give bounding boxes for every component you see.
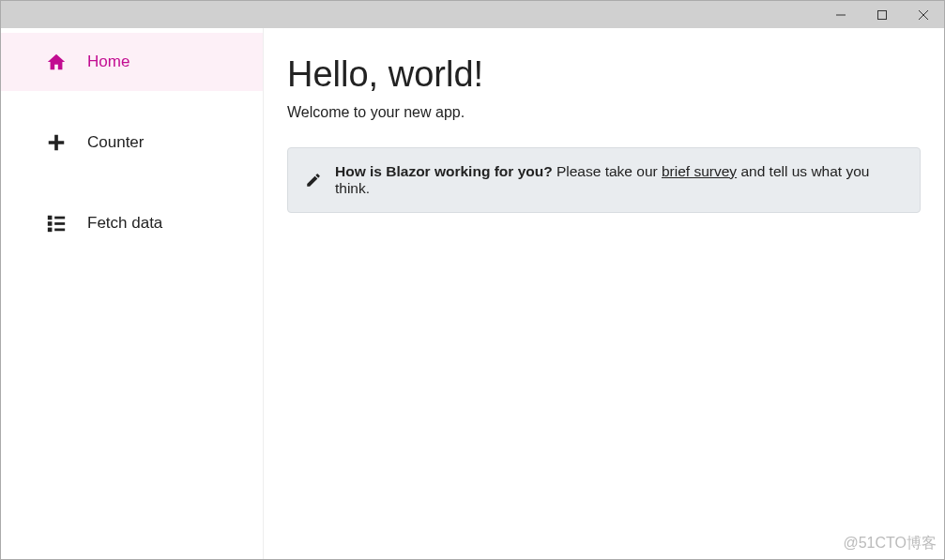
welcome-text: Welcome to your new app.: [287, 104, 921, 121]
survey-prompt-before: Please take our: [553, 163, 662, 179]
minimize-button[interactable]: [820, 1, 861, 28]
sidebar-item-fetch-data[interactable]: Fetch data: [1, 194, 263, 252]
svg-rect-1: [878, 10, 887, 19]
sidebar-item-label: Home: [87, 53, 130, 71]
watermark: @51CTO博客: [843, 534, 937, 553]
survey-text: How is Blazor working for you? Please ta…: [335, 163, 903, 197]
sidebar-item-counter[interactable]: Counter: [1, 114, 263, 172]
survey-prompt-bold: How is Blazor working for you?: [335, 163, 553, 179]
list-icon: [46, 213, 67, 234]
maximize-button[interactable]: [861, 1, 903, 28]
sidebar: Home Counter Fetch data: [1, 28, 264, 559]
sidebar-item-label: Fetch data: [87, 214, 162, 233]
survey-link[interactable]: brief survey: [662, 163, 737, 179]
plus-icon: [46, 132, 67, 153]
app-body: Home Counter Fetch data Hello,: [1, 28, 944, 559]
svg-rect-7: [54, 222, 65, 225]
home-icon: [46, 52, 67, 72]
svg-rect-6: [48, 221, 53, 226]
svg-rect-4: [48, 216, 53, 220]
svg-rect-8: [48, 228, 53, 233]
sidebar-item-home[interactable]: Home: [1, 33, 263, 91]
page-title: Hello, world!: [287, 54, 921, 95]
svg-rect-5: [54, 217, 65, 219]
titlebar: [1, 1, 944, 28]
window-controls: [820, 1, 944, 28]
pencil-icon: [305, 172, 322, 189]
survey-banner: How is Blazor working for you? Please ta…: [287, 147, 921, 213]
close-button[interactable]: [903, 1, 944, 28]
main-content: Hello, world! Welcome to your new app. H…: [264, 28, 944, 559]
svg-rect-9: [54, 229, 65, 232]
sidebar-item-label: Counter: [87, 133, 144, 152]
